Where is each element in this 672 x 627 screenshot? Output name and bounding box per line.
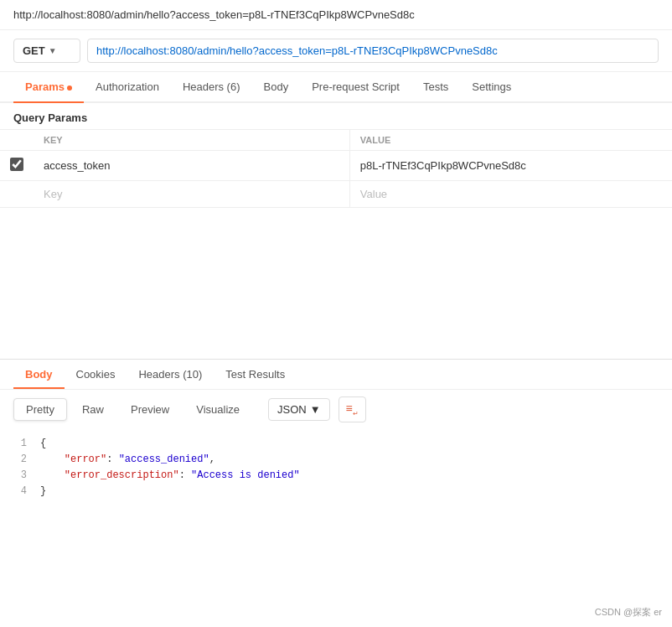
code-line-4: 4 } [13, 484, 659, 500]
chevron-down-icon: ▼ [49, 46, 57, 55]
empty-space [0, 208, 672, 359]
method-select[interactable]: GET ▼ [13, 39, 80, 63]
col-key-header: KEY [34, 130, 349, 151]
format-select[interactable]: JSON ▼ [268, 398, 330, 421]
table-row: access_token p8L-rTNEf3CqPIkp8WCPvneSd8c [0, 151, 672, 181]
tab-body[interactable]: Body [252, 72, 301, 101]
tab-tests[interactable]: Tests [411, 72, 460, 101]
empty-checkbox-cell [0, 181, 34, 208]
response-tab-cookies[interactable]: Cookies [65, 360, 127, 389]
param-value-placeholder[interactable]: Value [349, 181, 672, 208]
code-line-3: 3 "error_description": "Access is denied… [13, 468, 659, 484]
col-value-header: VALUE [349, 130, 672, 151]
tab-authorization[interactable]: Authorization [84, 72, 171, 101]
browser-url: http://localhost:8080/admin/hello?access… [13, 8, 415, 21]
tab-settings[interactable]: Settings [460, 72, 523, 101]
response-sub-tabs-row: Pretty Raw Preview Visualize JSON ▼ ≡↵ [0, 390, 672, 429]
col-check [0, 130, 34, 151]
response-tabs: Body Cookies Headers (10) Test Results [0, 360, 672, 390]
url-bar: GET ▼ [0, 30, 672, 72]
top-bar: http://localhost:8080/admin/hello?access… [0, 0, 672, 30]
param-value[interactable]: p8L-rTNEf3CqPIkp8WCPvneSd8c [349, 151, 672, 181]
response-tab-headers[interactable]: Headers (10) [127, 360, 214, 389]
code-line-2: 2 "error": "access_denied", [13, 452, 659, 468]
sub-tab-pretty[interactable]: Pretty [13, 398, 67, 421]
wrap-icon[interactable]: ≡↵ [339, 396, 366, 422]
method-label: GET [23, 44, 45, 57]
table-row-empty: Key Value [0, 181, 672, 208]
sub-tab-raw[interactable]: Raw [70, 399, 116, 420]
sub-tab-preview[interactable]: Preview [119, 399, 181, 420]
section-title: Query Params [0, 103, 672, 129]
params-dot [67, 86, 72, 91]
tab-params[interactable]: Params [13, 72, 84, 101]
response-tab-body[interactable]: Body [13, 360, 65, 389]
url-input[interactable] [87, 39, 659, 63]
row-checkbox-cell[interactable] [0, 151, 34, 181]
response-tab-testresults[interactable]: Test Results [214, 360, 297, 389]
tab-prerequest[interactable]: Pre-request Script [300, 72, 411, 101]
param-key[interactable]: access_token [34, 151, 349, 181]
tab-headers[interactable]: Headers (6) [171, 72, 252, 101]
param-checkbox[interactable] [10, 158, 23, 171]
param-key-placeholder[interactable]: Key [34, 181, 349, 208]
params-table: KEY VALUE access_token p8L-rTNEf3CqPIkp8… [0, 129, 672, 208]
sub-tab-visualize[interactable]: Visualize [184, 399, 251, 420]
response-area: Body Cookies Headers (10) Test Results P… [0, 360, 672, 507]
code-line-1: 1 { [13, 436, 659, 452]
chevron-down-icon: ▼ [310, 403, 321, 416]
code-area: 1 { 2 "error": "access_denied", 3 "error… [0, 429, 672, 507]
request-tabs: Params Authorization Headers (6) Body Pr… [0, 72, 672, 103]
